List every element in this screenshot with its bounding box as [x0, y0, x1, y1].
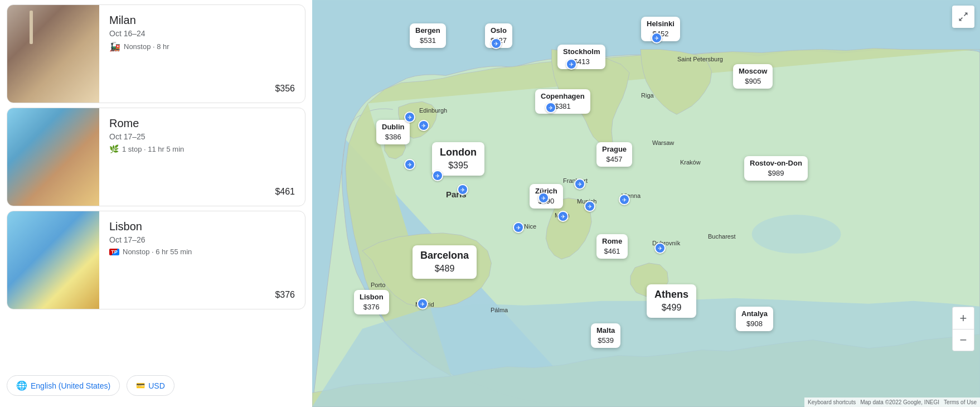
language-button[interactable]: 🌐 English (United States)	[7, 375, 120, 396]
map-label-prague[interactable]: Prague $457	[596, 142, 632, 167]
terms-link[interactable]: Terms of Use	[944, 399, 977, 405]
label-city-athens: Athens	[654, 288, 688, 302]
card-city-lisbon: Lisbon	[109, 220, 295, 233]
card-price-milan: $356	[109, 84, 295, 94]
label-price-prague: $457	[607, 154, 623, 164]
nonstop-icon: 🚂	[109, 41, 120, 52]
keyboard-shortcuts-link[interactable]: Keyboard shortcuts	[808, 399, 856, 405]
apt-helsinki[interactable]: ✈	[651, 32, 662, 43]
label-city-helsinki: Helsinki	[647, 19, 675, 29]
card-info-lisbon: Lisbon Oct 17–26 TP Nonstop · 6 hr 55 mi…	[99, 211, 305, 309]
map-label-antalya[interactable]: Antalya $908	[736, 307, 773, 331]
label-price-dublin: $386	[385, 132, 401, 142]
label-city-antalya: Antalya	[741, 309, 768, 319]
map-label-lisbon_map[interactable]: Lisbon $376	[354, 290, 389, 314]
apt-dubrovnik[interactable]: ✈	[654, 243, 666, 254]
apt-paris[interactable]: ✈	[457, 184, 468, 195]
label-city-moscow: Moscow	[739, 66, 767, 76]
card-dates-lisbon: Oct 17–26	[109, 235, 295, 244]
apt-nice[interactable]: ✈	[513, 222, 524, 233]
label-city-dublin: Dublin	[382, 122, 404, 132]
zoom-out-button[interactable]: −	[952, 329, 974, 351]
apt-munich[interactable]: ✈	[584, 201, 595, 212]
label-city-rostov: Rostov-on-Don	[750, 158, 802, 168]
left-panel: Milan Oct 16–24 🚂 Nonstop · 8 hr $356 Ro…	[0, 0, 312, 407]
flight-image-rome	[7, 108, 99, 206]
map-label-barcelona[interactable]: Barcelona $489	[413, 245, 477, 279]
label-city-stockholm: Stockholm	[563, 47, 600, 57]
map-label-malta[interactable]: Malta $539	[591, 323, 620, 348]
flight-card-lisbon[interactable]: Lisbon Oct 17–26 TP Nonstop · 6 hr 55 mi…	[7, 211, 305, 309]
card-stop-label-rome: 1 stop · 11 hr 5 min	[122, 145, 184, 153]
map-label-dublin[interactable]: Dublin $386	[376, 120, 410, 144]
zoom-in-button[interactable]: +	[952, 307, 974, 329]
label-price-london: $395	[448, 159, 468, 172]
flight-image-lisbon	[7, 211, 99, 309]
apt-london1[interactable]: ✈	[404, 159, 415, 170]
label-city-london: London	[440, 146, 477, 159]
label-city-bergen: Bergen	[415, 26, 440, 36]
label-price-barcelona: $489	[435, 263, 455, 275]
currency-button[interactable]: 💳 USD	[127, 375, 174, 396]
card-info-rome: Rome Oct 17–25 🌿 1 stop · 11 hr 5 min $4…	[99, 108, 305, 206]
apt-oslo[interactable]: ✈	[491, 38, 502, 49]
apt-frankfurt[interactable]: ✈	[574, 178, 585, 190]
map-label-athens[interactable]: Athens $499	[647, 284, 696, 318]
card-dates-rome: Oct 17–25	[109, 132, 295, 141]
stop-icon: 🌿	[109, 144, 119, 153]
map-label-moscow[interactable]: Moscow $905	[733, 64, 773, 89]
flight-card-rome[interactable]: Rome Oct 17–25 🌿 1 stop · 11 hr 5 min $4…	[7, 108, 305, 206]
card-stop-label-milan: Nonstop · 8 hr	[124, 42, 169, 51]
apt-london2[interactable]: ✈	[432, 170, 443, 181]
label-city-barcelona: Barcelona	[420, 249, 469, 263]
card-stop-label-lisbon: Nonstop · 6 hr 55 min	[123, 248, 192, 256]
flight-image-milan	[7, 5, 99, 103]
map-panel: Bergen $531 Oslo $227 Stockholm $413 Hel…	[312, 0, 980, 407]
map-expand-button[interactable]	[952, 6, 974, 28]
flight-cards-container: Milan Oct 16–24 🚂 Nonstop · 8 hr $356 Ro…	[0, 0, 312, 314]
label-price-antalya: $908	[746, 319, 763, 329]
label-city-lisbon_map: Lisbon	[360, 292, 384, 302]
apt-vienna[interactable]: ✈	[619, 194, 630, 205]
card-price-lisbon: $376	[109, 290, 295, 300]
apt-edinburgh[interactable]: ✈	[404, 112, 415, 123]
tp-icon: TP	[109, 249, 119, 255]
svg-point-1	[752, 215, 841, 254]
label-price-moscow: $905	[745, 76, 761, 86]
card-city-milan: Milan	[109, 14, 295, 27]
label-price-rome_map: $461	[604, 246, 620, 256]
label-city-malta: Malta	[596, 326, 615, 336]
map-label-rome_map[interactable]: Rome $461	[596, 234, 628, 259]
card-flight-info-rome: 🌿 1 stop · 11 hr 5 min	[109, 144, 295, 153]
label-city-prague: Prague	[602, 144, 627, 154]
flight-card-milan[interactable]: Milan Oct 16–24 🚂 Nonstop · 8 hr $356	[7, 4, 305, 103]
apt-edinburgh2[interactable]: ✈	[418, 120, 429, 131]
label-price-athens: $499	[662, 302, 682, 314]
card-info-milan: Milan Oct 16–24 🚂 Nonstop · 8 hr $356	[99, 5, 305, 103]
apt-copenhagen[interactable]: ✈	[545, 102, 556, 113]
card-city-rome: Rome	[109, 117, 295, 130]
language-label: English (United States)	[31, 381, 110, 390]
map-label-stockholm[interactable]: Stockholm $413	[557, 45, 605, 69]
card-dates-milan: Oct 16–24	[109, 29, 295, 38]
map-zoom-controls: + −	[952, 307, 974, 351]
label-price-lisbon_map: $376	[363, 302, 380, 312]
apt-zurich[interactable]: ✈	[538, 192, 549, 204]
bottom-controls: 🌐 English (United States) 💳 USD	[0, 369, 312, 398]
currency-icon: 💳	[136, 381, 145, 390]
label-price-malta: $539	[598, 336, 614, 346]
label-city-rome_map: Rome	[602, 236, 622, 246]
apt-stockholm[interactable]: ✈	[566, 59, 577, 70]
apt-milan2[interactable]: ✈	[557, 211, 569, 222]
label-city-copenhagen: Copenhagen	[541, 91, 585, 101]
map-label-copenhagen[interactable]: Copenhagen $381	[535, 89, 590, 114]
label-city-oslo: Oslo	[491, 26, 507, 36]
label-price-rostov: $989	[768, 168, 784, 178]
map-label-bergen[interactable]: Bergen $531	[410, 23, 446, 48]
map-data-label: Map data ©2022 Google, INEGI	[860, 399, 939, 405]
apt-madrid[interactable]: ✈	[417, 298, 428, 309]
label-price-bergen: $531	[420, 36, 436, 46]
card-flight-info-milan: 🚂 Nonstop · 8 hr	[109, 41, 295, 52]
card-price-rome: $461	[109, 187, 295, 197]
map-label-rostov[interactable]: Rostov-on-Don $989	[744, 156, 808, 181]
